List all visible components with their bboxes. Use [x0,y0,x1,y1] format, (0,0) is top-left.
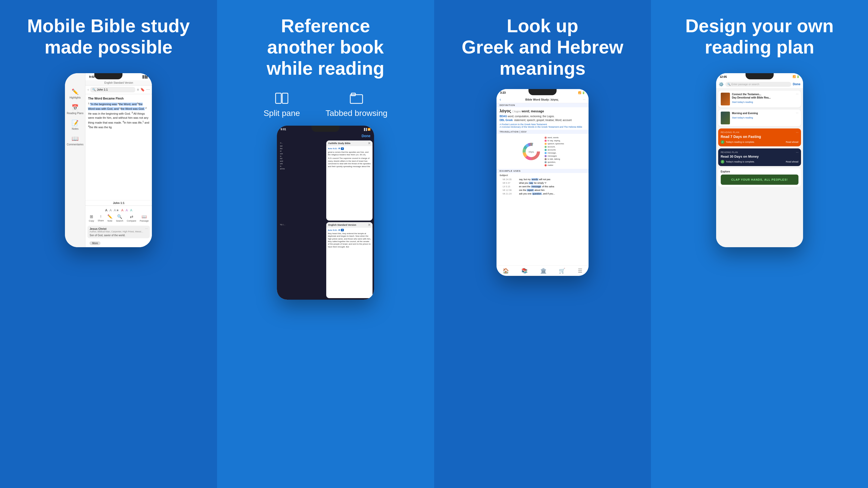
more-button[interactable]: More [90,241,100,245]
card-esv-content: Acts 5:21 -⑧ ⑧ they heard this, they ent… [326,228,373,250]
note-button[interactable]: ✏️ Note [107,214,113,222]
search-input[interactable]: 🔍 John 1:1 [90,87,135,92]
settings-icon[interactable]: ⚙️ [719,82,724,87]
status-time: 9:02 [89,75,95,78]
money-completion-status: ✓ Today's reading is complete. Read ahea… [721,160,799,164]
reading-title-2: Morning and Evening [732,112,794,115]
card-esv-close-button[interactable]: ✕ [368,223,370,227]
card-close-button[interactable]: ✕ [368,142,370,145]
search-bar: ‹ 🔍 John 1:1 ≡ 🔖 ⋯ [85,85,152,94]
tab-church[interactable]: 🏛️ [540,268,547,274]
phone1-main-content: 9:02 ▐▐ ▌ English Standard Version ‹ 🔍 J… [85,73,152,247]
definition-text: BDAG word; computation, reckoning; the L… [500,114,586,122]
example-uses-section-header: EXAMPLE USES [497,169,589,173]
back-arrow[interactable]: ‹ [500,97,501,102]
panel-mobile-bible-study: Mobile Bible study made possible ✏️ High… [0,0,217,488]
tab-menu[interactable]: ☰ [578,268,582,274]
split-pane-icon [275,92,288,106]
donut-chart: λόγος [521,141,541,162]
search-button[interactable]: 🔍 Search [116,214,123,222]
phone4-done-button[interactable]: Done [793,82,801,86]
card-faithlife-bible: Faithlife Study Bible ✕ Acts 5:21 -⑧ ⑧ g… [326,141,373,220]
tab-library[interactable]: 📚 [521,268,528,274]
example-verse-row: Mt 12:36 ore the report about him [500,188,586,192]
panel-reading-plan: Design your own reading plan 12:05 📶 🔋 ⚙… [651,0,868,488]
verse-text: 1 "In the beginning was athe Word, and b… [88,102,149,129]
split-pane-icon-group: Split pane [264,92,300,118]
bookmark-icon[interactable]: 🔖 [141,88,145,92]
card-esv: English Standard Version ✕ Acts 5:21 -⑧ … [326,222,373,298]
sidebar-item-notes[interactable]: 📝 Notes [71,120,79,130]
search-icon-small: 🔍 [727,83,731,86]
phone3-status-icons: 📶 🔋 [578,91,585,94]
tabbed-browsing-icon-group: Tabbed browsing [326,92,388,118]
explore-title: Explore [721,170,799,173]
read-ahead-button[interactable]: Read ahead [786,141,799,143]
card-options-icon-2[interactable]: ⋯ [796,112,799,114]
word-display: λόγος [500,109,511,113]
example-verse-row: Mt 5:37 what you say be simply 'Y [500,181,586,185]
compare-button[interactable]: ⇄ Compare [127,214,136,222]
phone3-titlebar: ‹ Bible Word Study: λόγος ⋯ [497,96,589,103]
word-definition-block: λόγος ⟨ logos word; message BDAG word; c… [497,107,589,130]
completion-check-icon: ✓ [721,140,724,144]
tab-home[interactable]: 🏠 [503,268,509,274]
tabbed-browsing-icon [350,92,363,106]
greek-word: λόγος ⟨ logos word; message [500,109,586,113]
panel2-title: Reference another book while reading [267,16,384,79]
options-icon[interactable]: ⋯ [583,98,586,101]
more-icon[interactable]: ⋯ [146,88,150,92]
panel1-title: Mobile Bible study made possible [27,16,190,58]
reading-card-1: Connect the Testamen...Day Devotional wi… [718,91,801,108]
featured-fasting-card: Reading Plan Read 7 Days on Fasting ⋯ ✓ … [718,128,801,146]
explore-section: Explore CLAP YOUR HANDS, ALL PEOPLES! [718,168,801,187]
sidebar-item-reading-plans[interactable]: 📅 Reading Plans [67,104,83,115]
phone4-search-input[interactable]: 🔍 Enter passage or search [725,82,791,87]
back-icon[interactable]: ‹ [87,88,89,92]
formatting-toolbar: A A A★ A A A ⊞ Copy ↑ S [85,205,152,225]
phone4-mockup: 12:05 📶 🔋 ⚙️ 🔍 Enter passage or search D… [716,73,803,247]
money-check-icon: ✓ [721,160,724,164]
fasting-completion-status: ✓ Today's reading is complete. Read ahea… [721,140,799,144]
definition-links: A Pocket Lexicon to the Greek New Testam… [500,123,586,128]
highlight-colors-row: A A A★ A A A [86,207,151,213]
fasting-card-options[interactable]: ⋯ [796,131,799,134]
phone2-mockup: 9:01 ▐▐ 📶 Done In... bettheirtsoninfulla… [277,126,374,300]
svg-text:λόγος: λόγος [528,150,534,153]
done-button[interactable]: Done [362,134,370,138]
tabbed-browsing-label: Tabbed browsing [326,109,388,118]
example-verse-row: Mt 21:24 ask you one question, and if yo… [500,192,586,196]
reading-info-1: Connect the Testamen...Day Devotional wi… [732,93,794,104]
phone3-tabbar: 🏠 📚 🏛️ 🛒 ☰ [497,265,589,276]
example-verse-row: Lk 5:15 en sent the message of this salv… [500,185,586,188]
card-options-icon[interactable]: ⋯ [796,93,799,95]
card-small-left: In... bettheirtsoninfullandwhiisall the [278,141,325,220]
phone2-notch [311,126,340,132]
feature-icons-row: Split pane Tabbed browsing [264,92,388,118]
status-icons: ▐▐ ▌ [142,75,148,78]
phone3-time: 3:23 [500,91,506,94]
reading-info-2: Morning and Evening Start today's readin… [732,112,794,119]
bible-version-toolbar: English Standard Version [85,80,152,85]
book-thumbnail-2 [721,112,730,124]
svg-rect-0 [276,93,281,104]
explore-banner[interactable]: CLAP YOUR HANDS, ALL PEOPLES! [721,174,799,185]
split-pane-label: Split pane [264,109,300,118]
reading-start-2[interactable]: Start today's reading [732,116,794,119]
share-button[interactable]: ↑ Share [98,214,104,222]
example-verse-row: Mt 24:35 say, but my words will not pas [500,178,586,181]
reading-start-1[interactable]: Start today's reading [732,101,794,104]
card-faithlife-content: Acts 5:21 -⑧ ⑧ great a comes that the ap… [326,146,373,169]
sidebar-item-highlights[interactable]: ✏️ Highlights [69,89,81,99]
tab-store[interactable]: 🛒 [559,268,565,274]
money-card-options[interactable]: ⋯ [796,151,799,154]
cross-ref-more-icon[interactable]: ⋯ [145,227,148,230]
money-read-ahead-button[interactable]: Read ahead [786,161,799,163]
sidebar-item-commentaries[interactable]: 📖 Commentaries [67,135,83,146]
list-icon[interactable]: ≡ [137,88,139,92]
donut-chart-container: λόγος word, words to say, saying, speech… [497,134,589,169]
copy-button[interactable]: ⊞ Copy [89,214,94,222]
passage-button[interactable]: 📖 Passage [140,214,149,222]
money-plan-card: Reading Plan Read 30 Days on Money ⋯ ✓ T… [718,148,801,166]
phone4-toolbar: ⚙️ 🔍 Enter passage or search Done [716,80,803,89]
